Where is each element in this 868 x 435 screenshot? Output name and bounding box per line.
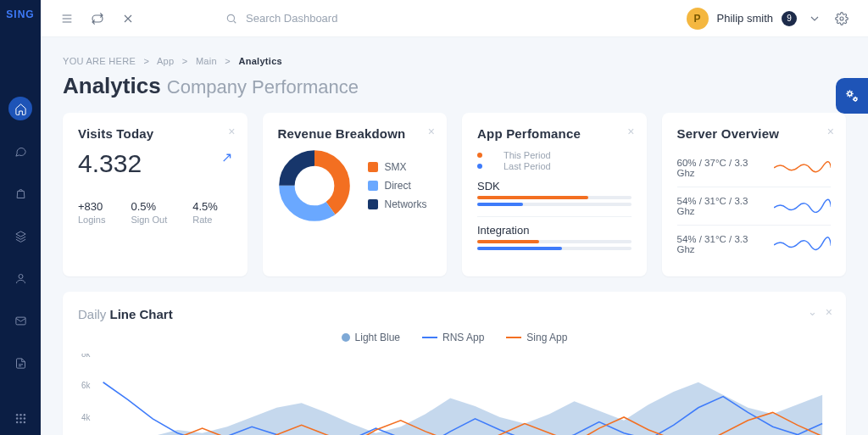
double-gear-icon: [843, 87, 860, 104]
legend-item: SMX: [368, 161, 427, 173]
breadcrumb-item[interactable]: App: [157, 56, 174, 66]
breadcrumb-current: Analytics: [238, 56, 282, 66]
breadcrumb-item[interactable]: Main: [196, 56, 217, 66]
brand-logo[interactable]: SING: [6, 8, 34, 20]
daily-line-chart: 8k6k4k: [78, 354, 831, 435]
chat-icon: [14, 145, 27, 158]
sidebar: SING: [0, 0, 41, 435]
svg-point-12: [840, 17, 843, 20]
svg-text:4k: 4k: [81, 413, 90, 422]
legend-item: Light Blue: [342, 332, 400, 343]
home-icon: [14, 103, 27, 115]
gear-icon: [835, 12, 849, 25]
svg-point-11: [227, 14, 234, 21]
server-row: 54% / 31°C / 3.3 Ghz: [677, 187, 832, 226]
card-title: App Perfomance: [477, 126, 632, 141]
server-row: 54% / 31°C / 3.3 Ghz: [677, 226, 832, 263]
sidebar-item-apps[interactable]: [0, 412, 41, 425]
svg-point-13: [848, 92, 851, 95]
notification-badge[interactable]: 9: [782, 11, 797, 26]
grid-icon: [14, 412, 27, 425]
svg-point-5: [15, 417, 18, 420]
search-input[interactable]: [244, 11, 414, 25]
file-icon: [14, 357, 27, 370]
card-close-button[interactable]: ×: [827, 125, 834, 138]
svg-point-3: [19, 414, 22, 416]
visits-link[interactable]: ↗: [221, 149, 232, 165]
sidebar-item-user[interactable]: [8, 266, 32, 290]
menu-button[interactable]: [58, 9, 76, 28]
dot-icon: [477, 164, 482, 169]
line-icon: [506, 337, 521, 338]
legend-item: Networks: [368, 198, 427, 210]
card-title: Revenue Breakdown: [278, 126, 432, 141]
page-subtitle: Company Performance: [167, 76, 359, 98]
revenue-donut-chart: [278, 149, 351, 222]
line-icon: [422, 337, 437, 338]
sidebar-item-bag[interactable]: [8, 181, 32, 205]
visits-value: 4.332: [78, 149, 142, 178]
user-icon: [14, 272, 27, 285]
metric-sdk: SDK: [477, 180, 632, 206]
close-icon: [121, 12, 135, 25]
card-app-performance: × App Perfomance This Period Last Period…: [462, 113, 647, 276]
visits-value-row: 4.332 ↗: [78, 149, 232, 178]
layers-icon: [14, 230, 27, 243]
stat-signout: 0.5% Sign Out: [131, 200, 167, 225]
sidebar-item-layers[interactable]: [8, 224, 32, 248]
sparkline: [774, 198, 831, 215]
avatar[interactable]: P: [687, 8, 709, 30]
sidebar-item-home[interactable]: [8, 97, 32, 120]
chevron-down-icon: [808, 12, 821, 25]
mail-icon: [14, 315, 27, 327]
stats-row: × Visits Today 4.332 ↗ +830 Logins 0.5% …: [63, 113, 846, 276]
bag-icon: [14, 187, 27, 200]
card-revenue: × Revenue Breakdown SMX Direct Networks: [263, 113, 448, 276]
breadcrumb: YOU ARE HERE > App > Main > Analytics: [63, 56, 846, 66]
legend-item: Direct: [368, 180, 427, 192]
metric-integration: Integration: [477, 224, 632, 250]
svg-point-0: [19, 274, 23, 278]
card-collapse-button[interactable]: ⌄: [808, 305, 817, 318]
svg-point-6: [19, 417, 22, 420]
content-area: YOU ARE HERE > App > Main > Analytics An…: [41, 37, 868, 435]
user-name: Philip smith: [717, 12, 773, 25]
sidebar-item-file[interactable]: [8, 351, 32, 375]
card-visits: × Visits Today 4.332 ↗ +830 Logins 0.5% …: [63, 113, 248, 276]
theme-settings-button[interactable]: [836, 78, 868, 114]
svg-point-4: [23, 414, 25, 416]
search-box: [225, 11, 414, 25]
card-close-button[interactable]: ×: [228, 125, 235, 138]
revenue-legend: SMX Direct Networks: [368, 161, 427, 210]
card-close-button[interactable]: ×: [428, 125, 435, 138]
card-close-button[interactable]: ×: [627, 125, 634, 138]
topbar: P Philip smith 9: [41, 0, 868, 37]
dot-icon: [477, 153, 482, 158]
legend-item: RNS App: [422, 332, 484, 343]
svg-point-2: [15, 414, 18, 416]
svg-point-7: [23, 417, 25, 420]
stat-rate: 4.5% Rate: [192, 200, 218, 225]
user-menu-chevron[interactable]: [805, 9, 824, 28]
sidebar-item-chat[interactable]: [8, 139, 32, 163]
svg-text:8k: 8k: [81, 354, 90, 359]
card-close-button[interactable]: ×: [826, 305, 832, 319]
dot-icon: [342, 333, 350, 342]
svg-text:6k: 6k: [81, 381, 90, 390]
sparkline: [774, 236, 831, 253]
server-row: 60% / 37°C / 3.3 Ghz: [677, 149, 832, 187]
refresh-button[interactable]: [88, 9, 107, 28]
close-button[interactable]: [119, 9, 137, 28]
topbar-user-area: P Philip smith 9: [687, 8, 851, 30]
svg-point-8: [15, 421, 18, 424]
svg-point-9: [19, 421, 22, 424]
breadcrumb-prefix: YOU ARE HERE: [63, 56, 136, 66]
period-legend: This Period Last Period: [477, 149, 632, 171]
chart-legend: Light Blue RNS App Sing App: [78, 332, 831, 343]
sidebar-item-mail[interactable]: [8, 309, 32, 332]
menu-icon: [60, 12, 74, 25]
sidebar-items: [8, 97, 32, 375]
svg-point-10: [23, 421, 25, 424]
settings-button[interactable]: [832, 9, 851, 28]
card-server-overview: × Server Overview 60% / 37°C / 3.3 Ghz 5…: [662, 113, 847, 276]
